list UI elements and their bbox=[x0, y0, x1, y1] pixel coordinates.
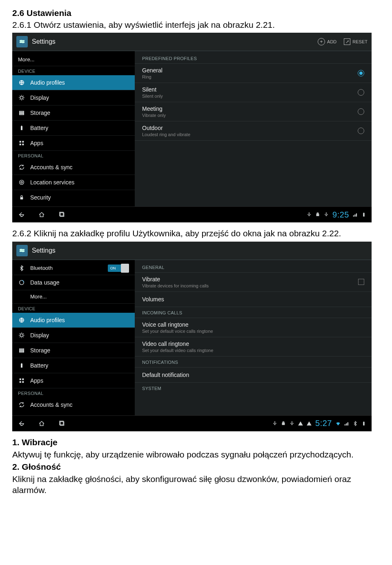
profile-title: General bbox=[142, 67, 163, 74]
action-bar: Settings + ADD RESET bbox=[12, 33, 372, 51]
profile-row-meeting[interactable]: Meeting Vibrate only bbox=[135, 102, 372, 121]
sidebar-label: Audio profiles bbox=[30, 317, 65, 323]
row-volumes[interactable]: Volumes bbox=[135, 292, 372, 307]
sidebar-item-security[interactable]: Security bbox=[12, 190, 135, 205]
sidebar-label: Display bbox=[30, 332, 49, 339]
sidebar-item-more[interactable]: More... bbox=[12, 290, 135, 304]
row-video-ringtone[interactable]: Video call ringtone Set your default vid… bbox=[135, 337, 372, 356]
toggle-on[interactable]: ON bbox=[108, 265, 129, 272]
battery-icon bbox=[18, 124, 25, 132]
radio-selected-icon[interactable] bbox=[358, 70, 364, 76]
sidebar-item-battery[interactable]: Battery bbox=[12, 121, 135, 136]
display-icon bbox=[18, 332, 25, 339]
back-button[interactable] bbox=[17, 211, 25, 219]
usb-icon bbox=[272, 421, 278, 426]
sidebar-item-more[interactable]: More... bbox=[12, 53, 135, 66]
location-icon bbox=[18, 179, 25, 186]
profile-row-outdoor[interactable]: Outdoor Loudest ring and vibrate bbox=[135, 121, 372, 141]
add-label: ADD bbox=[327, 39, 336, 44]
profile-title: Meeting bbox=[142, 105, 166, 112]
recent-apps-button[interactable] bbox=[58, 419, 66, 428]
row-title: Volumes bbox=[142, 296, 164, 303]
sidebar-item-display[interactable]: Display bbox=[12, 328, 135, 343]
paragraph: 2.6.2 Kliknij na zakładkę profilu Użytko… bbox=[12, 228, 380, 239]
sidebar-item-data-usage[interactable]: Data usage bbox=[12, 275, 135, 290]
settings-icon bbox=[16, 245, 28, 256]
row-title: Video call ringtone bbox=[142, 341, 213, 347]
section-general: GENERAL bbox=[135, 262, 372, 273]
content-panel: GENERAL Vibrate Vibrate devices for inco… bbox=[135, 260, 372, 415]
svg-rect-30 bbox=[20, 350, 24, 351]
row-voice-ringtone[interactable]: Voice call ringtone Set your default voi… bbox=[135, 318, 372, 337]
svg-rect-7 bbox=[20, 113, 24, 114]
sidebar-item-apps[interactable]: Apps bbox=[12, 373, 135, 388]
sidebar-label: Accounts & sync bbox=[30, 164, 73, 170]
sidebar-item-display[interactable]: Display bbox=[12, 90, 135, 105]
radio-icon[interactable] bbox=[358, 108, 364, 115]
sidebar-item-location[interactable]: Location services bbox=[12, 175, 135, 190]
section-heading: 2.6 Ustawienia bbox=[12, 8, 380, 18]
clock: 5:27 bbox=[315, 419, 332, 428]
reset-label: RESET bbox=[352, 39, 368, 44]
sync-icon bbox=[18, 164, 25, 171]
battery-icon bbox=[361, 212, 367, 217]
sidebar-category-device: DEVICE bbox=[12, 304, 135, 313]
sidebar-label: Location services bbox=[30, 179, 74, 186]
wifi-icon bbox=[335, 421, 341, 426]
sidebar-item-battery[interactable]: Battery bbox=[12, 358, 135, 373]
sidebar-item-bluetooth[interactable]: Bluetooth ON bbox=[12, 262, 135, 275]
sidebar-item-apps[interactable]: Apps bbox=[12, 136, 135, 151]
profile-subtitle: Vibrate only bbox=[142, 113, 166, 118]
usb-icon bbox=[289, 421, 295, 426]
battery-icon bbox=[18, 362, 25, 369]
clock: 9:25 bbox=[332, 210, 349, 220]
sidebar-item-storage[interactable]: Storage bbox=[12, 343, 135, 358]
radio-icon[interactable] bbox=[358, 128, 364, 134]
bluetooth-icon bbox=[352, 421, 358, 426]
back-button[interactable] bbox=[17, 419, 25, 428]
sidebar-label: Accounts & sync bbox=[30, 401, 73, 408]
signal-icon bbox=[344, 421, 350, 426]
text-suffix: aby przejść do okna jak na obrazku 2.22. bbox=[185, 229, 341, 238]
row-subtitle: Set your default voice calls ringtone bbox=[142, 329, 213, 334]
sidebar-item-audio-profiles[interactable]: Audio profiles bbox=[12, 75, 135, 90]
section-predefined-profiles: PREDEFINED PROFILES bbox=[135, 53, 372, 64]
bold-text: 2. Głośność bbox=[12, 462, 61, 471]
row-default-notification[interactable]: Default notification bbox=[135, 368, 372, 383]
checkbox-icon[interactable] bbox=[358, 279, 364, 285]
sidebar-item-storage[interactable]: Storage bbox=[12, 105, 135, 121]
sidebar-item-accounts-sync[interactable]: Accounts & sync bbox=[12, 397, 135, 412]
radio-icon[interactable] bbox=[358, 89, 364, 96]
svg-rect-36 bbox=[20, 381, 21, 383]
sidebar-item-accounts-sync[interactable]: Accounts & sync bbox=[12, 160, 135, 175]
profile-row-silent[interactable]: Silent Silent only bbox=[135, 83, 372, 102]
system-nav-bar: 5:27 bbox=[12, 415, 372, 431]
content-panel: PREDEFINED PROFILES General Ring Silent … bbox=[135, 51, 372, 206]
profile-subtitle: Silent only bbox=[142, 94, 163, 99]
svg-rect-17 bbox=[20, 197, 23, 200]
home-button[interactable] bbox=[38, 211, 46, 219]
apps-icon bbox=[18, 377, 25, 384]
home-button[interactable] bbox=[38, 419, 46, 428]
row-subtitle: Vibrate devices for incoming calls bbox=[142, 283, 209, 288]
list-item-heading: 1. Wibracje bbox=[12, 437, 380, 448]
svg-point-3 bbox=[22, 42, 24, 43]
profile-row-general[interactable]: General Ring bbox=[135, 64, 372, 83]
svg-rect-29 bbox=[20, 349, 24, 350]
bold-text: 1. Wibracje bbox=[12, 437, 58, 447]
svg-rect-14 bbox=[22, 144, 24, 146]
reset-button[interactable]: RESET bbox=[344, 38, 368, 45]
list-item-heading: 2. Głośność bbox=[12, 462, 380, 472]
sidebar-label: Storage bbox=[30, 110, 50, 116]
add-button[interactable]: + ADD bbox=[318, 38, 336, 45]
recent-apps-button[interactable] bbox=[58, 211, 66, 219]
svg-rect-35 bbox=[22, 378, 24, 380]
sidebar-item-audio-profiles[interactable]: Audio profiles bbox=[12, 313, 135, 328]
svg-point-28 bbox=[20, 334, 23, 336]
warning-icon bbox=[306, 421, 312, 426]
row-vibrate[interactable]: Vibrate Vibrate devices for incoming cal… bbox=[135, 273, 372, 292]
lock-icon bbox=[18, 194, 25, 201]
section-system: SYSTEM bbox=[135, 383, 372, 393]
sync-icon bbox=[18, 401, 25, 408]
row-title: Default notification bbox=[142, 372, 189, 378]
